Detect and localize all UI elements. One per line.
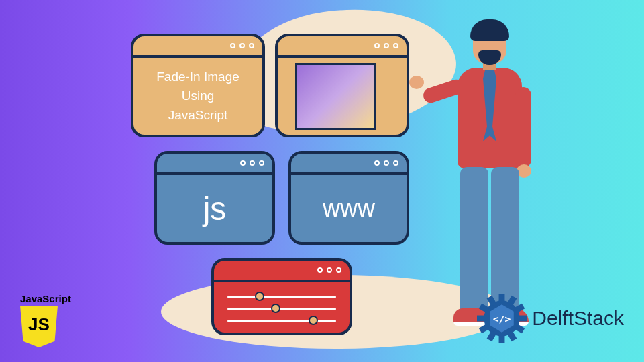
www-label: www [323, 194, 375, 223]
javascript-logo-text: JavaScript [20, 293, 71, 304]
card-js: js [154, 151, 275, 245]
delftstack-logo: </> DelftStack [477, 294, 624, 343]
dot-icon [250, 160, 255, 166]
dot-icon [393, 43, 398, 48]
title-line: JavaScript [156, 106, 239, 125]
card-title: Fade-In Image Using JavaScript [131, 34, 265, 137]
title-text: Fade-In Image Using JavaScript [151, 62, 245, 131]
delftstack-gear-icon: </> [477, 294, 527, 343]
slider-knob-icon [271, 304, 280, 313]
dot-icon [317, 267, 323, 273]
slider-track [227, 296, 336, 298]
dot-icon [259, 160, 264, 166]
slider-track [227, 308, 336, 310]
dot-icon [374, 160, 380, 166]
hand-icon [409, 76, 424, 89]
dot-icon [393, 160, 398, 166]
hair-icon [470, 19, 509, 41]
window-controls [214, 261, 350, 282]
javascript-shield-icon: JS [20, 306, 58, 347]
svg-rect-4 [518, 316, 527, 322]
dot-icon [336, 267, 341, 273]
slider-knob-icon [309, 316, 318, 325]
arm-icon [515, 87, 531, 168]
window-controls [157, 154, 272, 175]
delftstack-text: DelftStack [532, 307, 624, 330]
slider-group [227, 293, 336, 322]
dot-icon [327, 267, 332, 273]
dot-icon [230, 43, 235, 48]
dot-icon [239, 43, 245, 48]
title-line: Fade-In Image [156, 68, 239, 87]
js-label: js [203, 190, 227, 227]
svg-rect-10 [477, 316, 486, 322]
slider-knob-icon [255, 292, 264, 301]
svg-text:</>: </> [493, 313, 511, 324]
javascript-logo: JavaScript JS [20, 293, 71, 347]
dot-icon [384, 43, 389, 48]
slider-track [227, 320, 336, 322]
dot-icon [249, 43, 254, 48]
gradient-image-icon [295, 63, 376, 130]
beard-icon [478, 50, 501, 65]
dot-icon [240, 160, 246, 166]
head-icon [473, 23, 506, 64]
svg-rect-1 [499, 294, 505, 302]
window-controls [291, 154, 407, 175]
card-sliders [211, 258, 352, 335]
title-line: Using [156, 86, 239, 106]
dot-icon [374, 43, 380, 48]
dot-icon [384, 160, 389, 166]
window-controls [278, 36, 407, 58]
card-www: www [288, 151, 409, 245]
window-controls [133, 36, 262, 58]
card-gradient [275, 34, 409, 137]
svg-rect-7 [499, 335, 505, 343]
